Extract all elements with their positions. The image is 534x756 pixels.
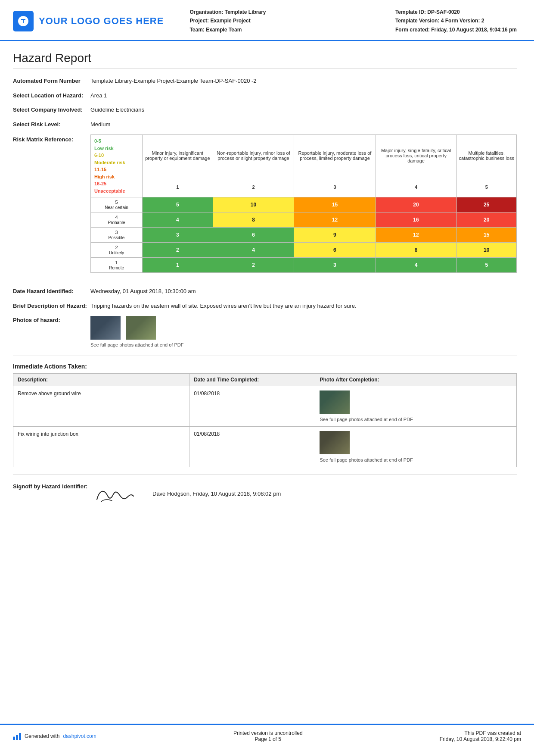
page-footer: Generated with dashpivot.com Printed ver… <box>0 724 534 747</box>
risk-cell: 10 <box>213 197 294 212</box>
template-id-label: Template ID: <box>395 9 426 15</box>
date-hazard-row: Date Hazard Identified: Wednesday, 01 Au… <box>13 287 517 296</box>
report-title: Hazard Report <box>13 51 517 69</box>
form-version-label: Form Version: <box>445 18 480 24</box>
risk-cell: 20 <box>376 197 456 212</box>
location-row: Select Location of Hazard: Area 1 <box>13 91 517 100</box>
risk-cell: 9 <box>294 228 376 243</box>
risk-cell: 4 <box>213 243 294 258</box>
signoff-label: Signoff by Hazard Identifier: <box>13 482 90 491</box>
date-hazard-value: Wednesday, 01 August 2018, 10:30:00 am <box>90 287 517 296</box>
risk-matrix-wrap: 0-5Low risk 6-10Moderate risk 11-15High … <box>90 134 517 273</box>
footer-right: This PDF was created at Friday, 10 Augus… <box>440 730 521 742</box>
form-number-value: Template Library-Example Project-Example… <box>90 77 517 85</box>
photos-value: See full page photos attached at end of … <box>90 316 517 349</box>
main-content: Hazard Report Automated Form Number Temp… <box>0 41 534 515</box>
description-row: Brief Description of Hazard: Tripping ha… <box>13 302 517 310</box>
photos-row: Photos of hazard: See full page photos a… <box>13 316 517 349</box>
form-created-value: Friday, 10 August 2018, 9:04:16 pm <box>431 27 517 33</box>
risk-cell: 2 <box>213 258 294 273</box>
company-label: Select Company Involved: <box>13 106 90 114</box>
project-label: Project: <box>189 18 209 24</box>
risk-cell: 3 <box>143 228 213 243</box>
footer-generated: Generated with <box>25 733 59 739</box>
risk-matrix-table: 0-5Low risk 6-10Moderate risk 11-15High … <box>90 134 517 273</box>
team-value: Example Team <box>206 27 242 33</box>
risk-matrix-label: Risk Matrix Reference: <box>13 134 90 273</box>
legend-text: 0-5Low risk 6-10Moderate risk 11-15High … <box>94 137 139 194</box>
divider-1 <box>13 280 517 280</box>
risk-level-value: Medium <box>90 120 517 129</box>
form-created-label: Form created: <box>395 27 430 33</box>
signoff-value: Dave Hodgson, Friday, 10 August 2018, 9:… <box>152 490 281 498</box>
col-photo: Photo After Completion: <box>315 373 517 386</box>
project-value: Example Project <box>210 18 250 24</box>
footer-link[interactable]: dashpivot.com <box>63 733 96 739</box>
template-version-value: 4 <box>441 18 444 24</box>
risk-cell: 6 <box>294 243 376 258</box>
action-photo-cell: See full page photos attached at end of … <box>315 426 517 467</box>
signature-box <box>90 482 142 506</box>
divider-2 <box>13 356 517 356</box>
date-hazard-label: Date Hazard Identified: <box>13 287 90 296</box>
footer-pdf-date: Friday, 10 August 2018, 9:22:40 pm <box>440 736 521 742</box>
location-label: Select Location of Hazard: <box>13 91 90 100</box>
photos-note: See full page photos attached at end of … <box>90 341 517 349</box>
action-photo-cell: See full page photos attached at end of … <box>315 386 517 426</box>
company-value: Guideline Electricians <box>90 106 517 114</box>
action-description: Fix wiring into junction box <box>13 426 189 467</box>
col-description: Description: <box>13 373 189 386</box>
footer-center: Printed version is uncontrolled Page 1 o… <box>233 730 303 742</box>
risk-cell: 4 <box>143 212 213 228</box>
risk-cell: 25 <box>456 197 516 212</box>
signature-svg <box>90 482 142 506</box>
risk-level-label: Select Risk Level: <box>13 120 90 129</box>
risk-cell: 4 <box>376 258 456 273</box>
risk-cell: 1 <box>143 258 213 273</box>
org-value: Template Library <box>225 9 266 15</box>
signoff-content: Dave Hodgson, Friday, 10 August 2018, 9:… <box>90 482 281 506</box>
risk-cell: 3 <box>294 258 376 273</box>
template-id-value: DP-SAF-0020 <box>427 9 459 15</box>
footer-pdf-text: This PDF was created at <box>440 730 521 736</box>
risk-cell: 15 <box>294 197 376 212</box>
logo-text: YOUR LOGO GOES HERE <box>39 16 164 27</box>
risk-cell: 12 <box>376 228 456 243</box>
risk-cell: 15 <box>456 228 516 243</box>
logo-box: YOUR LOGO GOES HERE <box>13 11 164 31</box>
risk-cell: 8 <box>376 243 456 258</box>
risk-cell: 8 <box>213 212 294 228</box>
divider-3 <box>13 474 517 475</box>
risk-cell: 12 <box>294 212 376 228</box>
logo-icon <box>13 11 34 31</box>
risk-matrix-section: Risk Matrix Reference: 0-5Low risk 6-10M… <box>13 134 517 273</box>
table-row: Fix wiring into junction box01/08/2018 S… <box>13 426 517 467</box>
action-description: Remove above ground wire <box>13 386 189 426</box>
form-version-value: 2 <box>481 18 484 24</box>
actions-table: Description: Date and Time Completed: Ph… <box>13 373 517 467</box>
header-right: Template ID: DP-SAF-0020 Template Versio… <box>395 8 517 34</box>
action-date: 01/08/2018 <box>189 426 315 467</box>
risk-cell: 20 <box>456 212 516 228</box>
col-date: Date and Time Completed: <box>189 373 315 386</box>
template-version-label: Template Version: <box>395 18 439 24</box>
risk-level-row: Select Risk Level: Medium <box>13 120 517 129</box>
risk-cell: 6 <box>213 228 294 243</box>
risk-cell: 5 <box>143 197 213 212</box>
description-value: Tripping hazards on the eastern wall of … <box>90 302 517 310</box>
header-meta: Organisation: Template Library Project: … <box>189 8 395 34</box>
footer-left: Generated with dashpivot.com <box>13 732 96 740</box>
action-date: 01/08/2018 <box>189 386 315 426</box>
photo-thumb-2 <box>126 316 156 340</box>
risk-cell: 10 <box>456 243 516 258</box>
team-label: Team: <box>189 27 204 33</box>
risk-cell: 16 <box>376 212 456 228</box>
table-row: Remove above ground wire01/08/2018 See f… <box>13 386 517 426</box>
actions-title: Immediate Actions Taken: <box>13 363 517 370</box>
org-label: Organisation: <box>189 9 223 15</box>
photo-thumb-1 <box>90 316 121 340</box>
form-number-label: Automated Form Number <box>13 77 90 85</box>
location-value: Area 1 <box>90 91 517 100</box>
risk-cell: 2 <box>143 243 213 258</box>
footer-uncontrolled: Printed version is uncontrolled <box>233 730 303 736</box>
